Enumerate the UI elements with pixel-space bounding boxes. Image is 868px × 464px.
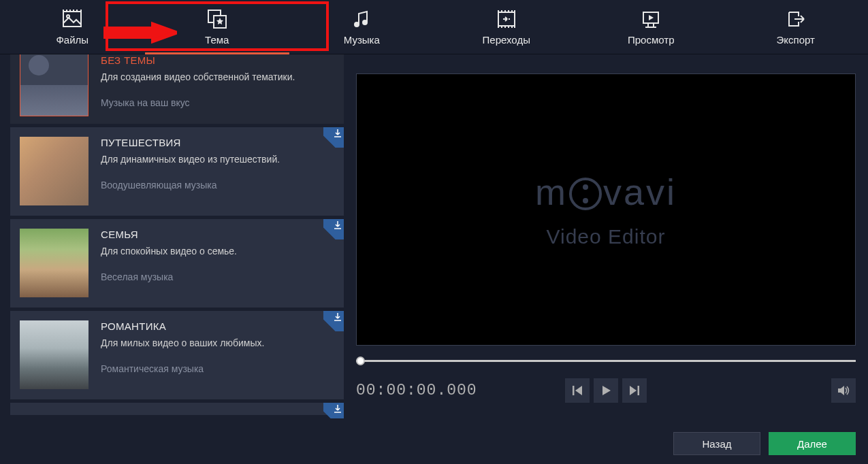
transitions-icon <box>496 8 517 30</box>
theme-title: СЕМЬЯ <box>101 229 332 240</box>
theme-info: ПУТЕШЕСТВИЯ Для динамичных видео из путе… <box>89 127 344 216</box>
theme-desc: Для спокойных видео о семье. <box>101 246 332 256</box>
theme-info: РОМАНТИКА Для милых видео о ваших любимы… <box>89 311 344 399</box>
download-badge[interactable] <box>323 127 344 148</box>
theme-desc: Для милых видео о ваших любимых. <box>101 337 332 348</box>
theme-desc: Для создания видео собственной тематики. <box>101 71 332 82</box>
files-icon <box>61 8 83 30</box>
scrub-track <box>356 360 856 362</box>
svg-point-4 <box>355 22 359 27</box>
back-button[interactable]: Назад <box>673 432 760 455</box>
theme-music: Музыка на ваш вкус <box>101 97 332 108</box>
svg-point-5 <box>363 20 367 24</box>
theme-card-partial[interactable] <box>10 403 344 415</box>
theme-thumb <box>20 54 89 116</box>
skip-prev-icon <box>571 384 583 397</box>
theme-thumb <box>20 137 89 205</box>
svg-rect-10 <box>638 386 640 395</box>
theme-thumb <box>20 229 89 297</box>
next-button[interactable]: Далее <box>769 432 856 455</box>
tab-transitions-label: Переходы <box>483 34 530 46</box>
export-icon <box>785 8 807 30</box>
reel-icon <box>569 178 602 210</box>
volume-icon <box>837 384 850 397</box>
download-icon <box>333 404 342 414</box>
brand-suffix: vavi <box>603 171 677 212</box>
tab-theme[interactable]: Тема <box>145 0 290 54</box>
theme-info: СЕМЬЯ Для спокойных видео о семье. Весел… <box>89 219 344 308</box>
skip-next-icon <box>628 384 641 397</box>
download-badge[interactable] <box>323 311 344 331</box>
download-badge[interactable] <box>323 219 344 239</box>
brand-watermark: mvavi Video Editor <box>535 171 677 248</box>
theme-music: Воодушевляющая музыка <box>101 180 332 190</box>
transport-controls: 00:00:00.000 <box>356 377 856 404</box>
tab-export-label: Экспорт <box>777 34 815 46</box>
theme-title: БЕЗ ТЕМЫ <box>101 54 332 66</box>
theme-thumb <box>20 320 89 389</box>
download-icon <box>333 129 342 138</box>
theme-title: ПУТЕШЕСТВИЯ <box>101 137 332 148</box>
prev-button[interactable] <box>565 378 590 403</box>
tab-files[interactable]: Файлы <box>0 0 145 54</box>
theme-desc: Для динамичных видео из путешествий. <box>101 154 332 165</box>
top-tabs: Файлы Тема Музыка Переходы <box>0 0 868 54</box>
preview-panel: mvavi Video Editor 00:00:00.000 <box>344 54 868 418</box>
tab-export[interactable]: Экспорт <box>724 0 869 54</box>
volume-button[interactable] <box>831 378 856 403</box>
tab-music[interactable]: Музыка <box>289 0 434 54</box>
svg-rect-9 <box>573 386 575 395</box>
music-icon <box>351 8 372 30</box>
tab-preview-label: Просмотр <box>628 34 675 46</box>
preview-icon <box>640 8 662 30</box>
theme-card-travel[interactable]: ПУТЕШЕСТВИЯ Для динамичных видео из путе… <box>10 127 344 216</box>
scrub-bar[interactable] <box>356 357 856 365</box>
timecode: 00:00:00.000 <box>356 382 477 399</box>
tab-theme-label: Тема <box>205 34 229 46</box>
brand-sub: Video Editor <box>535 225 677 248</box>
theme-info: БЕЗ ТЕМЫ Для создания видео собственной … <box>89 54 344 124</box>
theme-title: РОМАНТИКА <box>101 320 332 332</box>
theme-icon <box>206 8 228 30</box>
theme-card-no-theme[interactable]: БЕЗ ТЕМЫ Для создания видео собственной … <box>10 54 344 124</box>
brand-prefix: m <box>535 171 568 212</box>
tab-transitions[interactable]: Переходы <box>434 0 579 54</box>
tab-music-label: Музыка <box>344 34 380 46</box>
tab-files-label: Файлы <box>56 34 89 46</box>
theme-card-family[interactable]: СЕМЬЯ Для спокойных видео о семье. Весел… <box>10 219 344 308</box>
main-area: БЕЗ ТЕМЫ Для создания видео собственной … <box>0 54 868 418</box>
play-button[interactable] <box>594 378 618 403</box>
scrub-handle[interactable] <box>356 357 365 365</box>
download-icon <box>333 312 342 322</box>
svg-rect-0 <box>63 12 81 27</box>
theme-music: Романтическая музыка <box>101 363 332 374</box>
next-button[interactable] <box>622 378 647 403</box>
tab-preview[interactable]: Просмотр <box>579 0 724 54</box>
theme-music: Веселая музыка <box>101 271 332 282</box>
video-preview: mvavi Video Editor <box>356 73 856 346</box>
footer: Назад Далее <box>0 423 868 464</box>
download-badge[interactable] <box>323 403 344 418</box>
themes-panel: БЕЗ ТЕМЫ Для создания видео собственной … <box>0 54 344 418</box>
play-icon <box>600 384 612 397</box>
theme-card-romance[interactable]: РОМАНТИКА Для милых видео о ваших любимы… <box>10 311 344 399</box>
download-icon <box>333 220 342 230</box>
